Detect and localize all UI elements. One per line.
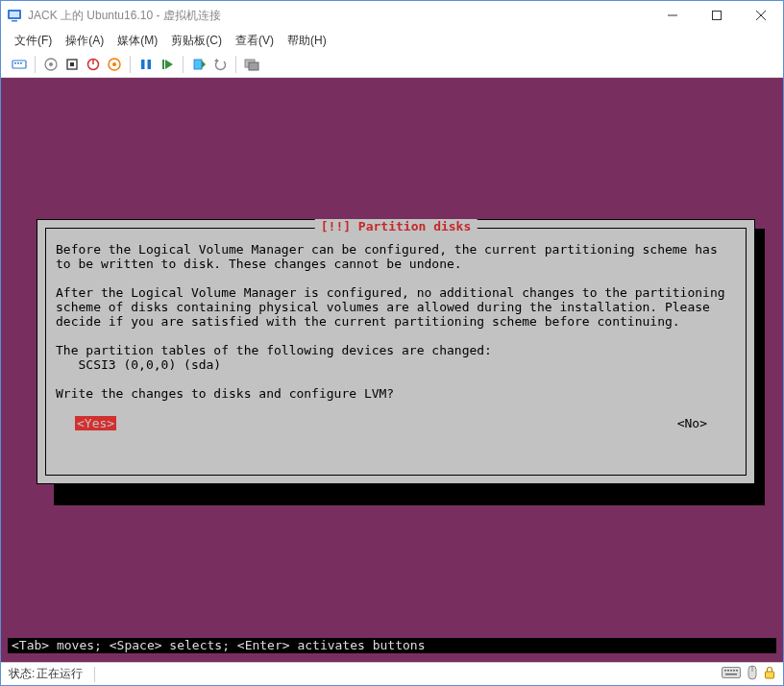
- minimize-button[interactable]: [650, 1, 695, 30]
- svg-rect-23: [194, 60, 202, 69]
- toolbar-separator: [130, 56, 131, 73]
- svg-rect-34: [725, 674, 737, 675]
- svg-rect-28: [723, 668, 741, 678]
- titlebar-left: JACK 上的 Ubuntu16.10 - 虚拟机连接: [7, 8, 221, 24]
- svg-rect-4: [713, 12, 722, 20]
- dialog-inner-border: [!!] Partition disks Before the Logical …: [45, 228, 747, 476]
- statusbar: 状态: 正在运行: [1, 662, 783, 685]
- toolbar-separator: [183, 56, 184, 73]
- menu-clipboard[interactable]: 剪贴板(C): [165, 31, 228, 51]
- checkpoint-icon[interactable]: [190, 56, 208, 73]
- no-button[interactable]: <No>: [677, 416, 707, 430]
- svg-rect-14: [70, 62, 74, 66]
- installer-hint-bar: <Tab> moves; <Space> selects; <Enter> ac…: [8, 638, 776, 653]
- yes-button[interactable]: <Yes>: [75, 416, 116, 430]
- dialog-device: SCSI3 (0,0,0) (sda): [56, 357, 221, 372]
- menu-file[interactable]: 文件(F): [9, 31, 58, 51]
- turn-off-icon[interactable]: [63, 56, 81, 73]
- menubar: 文件(F) 操作(A) 媒体(M) 剪贴板(C) 查看(V) 帮助(H): [1, 30, 783, 51]
- ctrl-alt-del-icon[interactable]: [11, 56, 28, 73]
- vm-display-area[interactable]: [!!] Partition disks Before the Logical …: [1, 78, 783, 662]
- svg-rect-32: [733, 670, 735, 672]
- window-controls: [650, 1, 783, 30]
- titlebar: JACK 上的 Ubuntu16.10 - 虚拟机连接: [1, 1, 783, 30]
- dialog-para2: After the Logical Volume Manager is conf…: [56, 285, 732, 329]
- start-icon[interactable]: [42, 56, 60, 73]
- status-value: 正在运行: [37, 666, 83, 682]
- maximize-button[interactable]: [695, 1, 739, 30]
- svg-rect-29: [724, 670, 726, 672]
- partition-dialog: [!!] Partition disks Before the Logical …: [37, 219, 755, 484]
- keyboard-icon: [722, 666, 741, 682]
- svg-rect-31: [730, 670, 732, 672]
- svg-rect-7: [12, 61, 26, 68]
- svg-rect-33: [736, 670, 738, 672]
- dialog-para3: The partition tables of the following de…: [56, 343, 492, 357]
- mouse-icon: [747, 665, 758, 683]
- svg-rect-20: [148, 60, 152, 69]
- svg-point-12: [49, 62, 53, 66]
- status-label: 状态:: [9, 666, 35, 682]
- toolbar-separator: [35, 56, 36, 73]
- vm-connection-window: JACK 上的 Ubuntu16.10 - 虚拟机连接 文件(F) 操作(A) …: [0, 0, 784, 686]
- svg-marker-24: [202, 61, 206, 68]
- revert-icon[interactable]: [211, 56, 229, 73]
- toolbar: [1, 51, 783, 78]
- enhanced-session-icon[interactable]: [243, 56, 260, 73]
- dialog-buttons: <Yes> <No>: [46, 416, 746, 430]
- svg-rect-27: [249, 62, 258, 70]
- svg-marker-22: [165, 60, 173, 69]
- menu-action[interactable]: 操作(A): [60, 31, 110, 51]
- dialog-title: [!!] Partition disks: [315, 219, 478, 233]
- menu-view[interactable]: 查看(V): [230, 31, 280, 51]
- reset-icon[interactable]: [159, 56, 176, 73]
- close-button[interactable]: [739, 1, 783, 30]
- svg-rect-19: [141, 60, 145, 69]
- svg-marker-25: [214, 59, 219, 61]
- dialog-question: Write the changes to disks and configure…: [56, 386, 394, 401]
- svg-rect-10: [20, 62, 22, 64]
- save-icon[interactable]: [106, 56, 123, 73]
- dialog-body: Before the Logical Volume Manager can be…: [46, 229, 746, 410]
- status-separator: [94, 667, 95, 682]
- svg-rect-8: [14, 62, 16, 64]
- pause-icon[interactable]: [137, 56, 155, 73]
- window-title: JACK 上的 Ubuntu16.10 - 虚拟机连接: [28, 8, 221, 24]
- lock-icon: [764, 666, 775, 682]
- app-icon: [7, 8, 22, 23]
- svg-point-18: [112, 62, 116, 66]
- svg-rect-36: [766, 672, 774, 678]
- guest-screen: [!!] Partition disks Before the Logical …: [8, 86, 776, 653]
- toolbar-separator: [235, 56, 236, 73]
- shutdown-icon[interactable]: [85, 56, 102, 73]
- svg-rect-30: [727, 670, 729, 672]
- menu-help[interactable]: 帮助(H): [282, 31, 332, 51]
- menu-media[interactable]: 媒体(M): [111, 31, 163, 51]
- status-left: 状态: 正在运行: [9, 666, 182, 682]
- status-icons: [722, 665, 775, 683]
- svg-rect-9: [17, 62, 19, 64]
- dialog-para1: Before the Logical Volume Manager can be…: [56, 242, 725, 271]
- svg-rect-2: [12, 20, 17, 22]
- svg-rect-21: [162, 60, 164, 69]
- svg-rect-1: [10, 12, 19, 17]
